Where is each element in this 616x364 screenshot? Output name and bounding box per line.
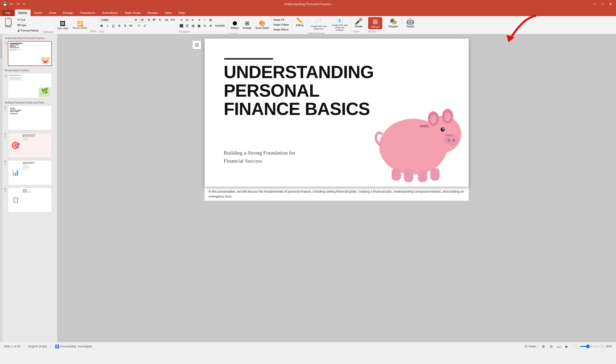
customize-quick-access-button[interactable]: ▾ [22,1,26,7]
reading-view-button[interactable]: 📖 [556,343,562,349]
cut-button[interactable]: ✂Cut [17,18,40,22]
slide5-thumb[interactable]: 📊 CREATING A BUDGET ANDTRACKING EXPENSES… [8,160,52,185]
format-painter-button[interactable]: 🖌Format Painter [17,28,40,32]
drawing-sub: Shape Fill Shape Outline Shape Effects [271,17,291,32]
quick-styles-button[interactable]: 🎨 Quick Styles [254,20,271,30]
paste-button[interactable]: 📋 Paste [1,17,15,33]
svg-point-11 [443,129,444,130]
slide4-thumb[interactable]: 🎯 IDENTIFYING SHORT-TERMAND LONG-TERM GO… [8,133,52,158]
slide-item-4[interactable]: 4 ★ 🎯 IDENTIFYING SHORT-TERMAND LONG-TER… [3,133,56,158]
align-right-button[interactable]: ▤ [191,23,196,28]
copy-button[interactable]: ⧉Copy [17,23,40,27]
notes-button[interactable]: 🗒 Notes [524,344,536,348]
increase-indent-button[interactable]: ⇥ [196,17,202,23]
editing-button[interactable]: ✏️ Editing [294,17,306,27]
maximize-button[interactable]: □ [600,2,605,6]
tab-draw[interactable]: Draw [45,10,60,16]
speaker-notes-text: In this presentation, we will discuss th… [208,189,465,199]
numbering-button[interactable]: 1≡ [185,17,190,23]
slide5-star: ★ [4,163,6,166]
shapes-button[interactable]: ⬟ Shapes [229,20,240,30]
editing-group: ✏️ Editing [293,16,307,34]
slide-panel-scrollbar[interactable] [0,34,2,342]
designer-button[interactable]: 🎭 Designer [386,17,400,28]
slide-item-1[interactable]: 1 UNDERSTANDINGPERSONALFINANCE BASICS Bu… [3,41,56,66]
shape-outline-button[interactable]: Shape Outline [272,23,290,27]
arrange-button[interactable]: ⊞ Arrange [241,20,253,30]
redo-button[interactable]: ↪ [15,1,21,7]
decrease-font-button[interactable]: A⁻ [158,17,163,23]
columns-button[interactable]: ⊞ [208,17,213,23]
copilot-button[interactable]: 🤖 Copilot [404,17,416,28]
bold-button[interactable]: B [99,23,104,28]
accessibility-button[interactable]: ♿ Accessibility: Investigate [55,344,92,348]
tab-animations[interactable]: Animations [99,10,121,16]
add-ins-button[interactable]: ⊞ Add-ins [368,17,382,29]
text-highlight-button[interactable]: 🖊 [142,23,148,28]
slides-group: 🖼 New Slide 🔁 Reuse Slides Slides [55,16,97,34]
slide-main[interactable]: UNDERSTANDING PERSONAL FINANCE BASICS Bu… [205,39,469,187]
tab-home[interactable]: Home [15,10,30,16]
slide2-thumb-item2: • The Power of Compound Interest [9,78,50,79]
slide-item-2[interactable]: 2 PRESENTATION OUTLINE • Setting Financi… [3,73,56,98]
shape-fill-button[interactable]: Shape Fill [272,18,290,22]
slide3-thumb[interactable]: SETTINGFINANCIAL GOALSAND PLANNING [8,105,52,130]
tab-insert[interactable]: Insert [30,10,45,16]
italic-button[interactable]: I [105,23,110,28]
minimize-button[interactable]: ─ [591,2,598,6]
reuse-slides-button[interactable]: 🔁 Reuse Slides [71,17,89,33]
tab-transitions[interactable]: Transitions [76,10,98,16]
close-button[interactable]: ✕ [607,2,614,6]
tab-slideshow[interactable]: Slide Show [121,10,144,16]
slide-item-3[interactable]: 3 ★ SETTINGFINANCIAL GOALSAND PLANNING [3,105,56,130]
undo-button[interactable]: ↩ [9,1,14,7]
font-size-select[interactable]: 18 [139,17,151,23]
bullets-button[interactable]: ≡ [179,17,184,23]
line-spacing-button[interactable]: ↕ [202,17,207,23]
shadow-button[interactable]: S [123,23,128,28]
tab-help[interactable]: Help [175,10,188,16]
text-direction-button[interactable]: ⊡ [202,23,207,28]
tab-review[interactable]: Review [144,10,161,16]
tab-file[interactable]: File [2,10,14,16]
zoom-out-button[interactable]: − [574,344,579,349]
dictate-button[interactable]: 🎤 Dictate [353,17,364,28]
create-pdf-share-link-button[interactable]: 📄 Create PDF and Share link [308,18,329,30]
slide-item-5[interactable]: 5 ★ 📊 CREATING A BUDGET ANDTRACKING EXPE… [3,160,56,185]
scrollbar-thumb[interactable] [0,39,2,59]
tab-design[interactable]: Design [60,10,76,16]
justify-button[interactable]: ▦ [196,23,202,28]
align-left-button[interactable]: ⬛ [179,23,184,28]
shape-effects-button[interactable]: Shape Effects [272,27,290,32]
slide-pig-image [359,75,461,184]
font-name-select[interactable]: Calibri [99,17,138,23]
slide2-thumb[interactable]: PRESENTATION OUTLINE • Setting Financial… [8,73,52,98]
slide-item-6[interactable]: 6 ★ 📋 STEPS TOCREATE AFINANCIAL PLAN [3,187,56,212]
clear-formatting-button[interactable]: A✕ [170,17,176,23]
slide-sorter-button[interactable]: ⊟ [548,343,554,349]
change-case-button[interactable]: Aa [164,17,169,23]
tab-view[interactable]: View [161,10,175,16]
underline-button[interactable]: U [111,23,116,28]
smart-art-button[interactable]: SmartArt [214,23,226,28]
strikethrough-button[interactable]: S [117,23,122,28]
slide-format-button[interactable]: ⊡ [192,40,201,49]
char-spacing-button[interactable]: AV [128,23,134,28]
new-slide-button[interactable]: 🖼 New Slide [55,17,70,33]
save-button[interactable]: 💾 [2,1,8,7]
slide1-thumb[interactable]: UNDERSTANDINGPERSONALFINANCE BASICS Buil… [8,41,52,66]
align-text-button[interactable]: ⊞ [208,23,213,28]
zoom-in-button[interactable]: + [600,344,605,349]
align-center-button[interactable]: ☰ [185,23,190,28]
zoom-slider[interactable] [580,346,599,347]
slideshow-button[interactable]: ▶ [564,343,570,349]
decrease-indent-button[interactable]: ⇤ [191,17,196,23]
svg-rect-15 [430,168,439,181]
svg-rect-12 [392,168,401,181]
paragraph-group-label: Paragraph [179,30,226,33]
slide6-thumb[interactable]: 📋 STEPS TOCREATE AFINANCIAL PLAN [8,187,52,212]
font-color-button[interactable]: A [137,23,142,28]
normal-view-button[interactable]: ⊞ [540,343,546,349]
create-pdf-outlook-button[interactable]: 📧 Create PDF and Share via Outlook [329,17,350,32]
increase-font-button[interactable]: A⁺ [152,17,157,23]
